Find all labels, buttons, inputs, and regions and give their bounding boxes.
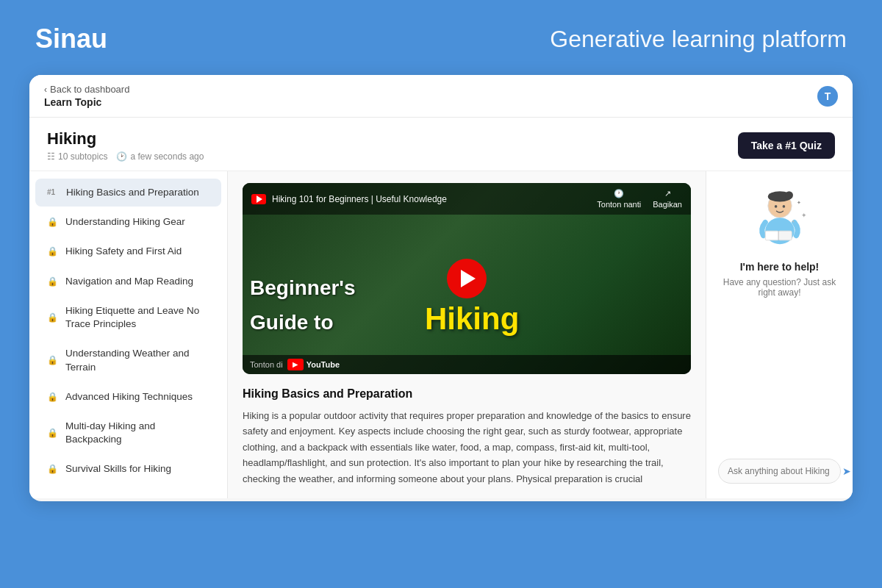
sidebar-item-7[interactable]: 🔒 Advanced Hiking Techniques [35,383,221,411]
sidebar-item-3[interactable]: 🔒 Hiking Safety and First Aid [35,237,221,265]
sidebar-item-label-6: Understanding Weather and Terrain [65,347,209,373]
topic-title-area: Hiking ☷ 10 subtopics 🕑 a few seconds ag… [47,129,204,162]
lock-icon-8: 🔒 [47,427,58,439]
lock-icon-5: 🔒 [47,312,58,323]
sidebar-item-label-8: Multi-day Hiking and Backpacking [65,420,209,446]
video-yt-title: Hiking 101 for Beginners | Useful Knowle… [272,194,447,204]
topic-title: Hiking [47,129,204,148]
video-bottom-left: Tonton di ▶ YouTube [250,359,340,370]
sidebar-item-9[interactable]: 🔒 Survival Skills for Hiking [35,455,221,483]
sidebar-item-6[interactable]: 🔒 Understanding Weather and Terrain [35,340,221,381]
sidebar-item-label-7: Advanced Hiking Techniques [65,390,209,404]
assistant-subtitle: Have any question? Just ask right away! [718,277,841,298]
youtube-full-logo: ▶ YouTube [287,359,340,370]
sidebar-item-label-3: Hiking Safety and First Aid [65,245,209,258]
watch-on-label: Tonton di [250,360,283,369]
share-icon: ↗ [664,189,671,198]
youtube-logo-small [251,194,266,204]
quiz-button[interactable]: Take a #1 Quiz [738,132,835,159]
play-triangle-icon [461,270,476,287]
video-top-bar: Hiking 101 for Beginners | Useful Knowle… [243,183,691,215]
sidebar-item-1[interactable]: #1 Hiking Basics and Preparation [35,179,221,207]
updated-time: 🕑 a few seconds ago [116,151,204,162]
svg-point-3 [774,205,777,208]
svg-point-2 [785,191,793,199]
watch-later-icon: 🕐 [614,189,624,198]
video-bottom-bar: Tonton di ▶ YouTube [243,355,691,374]
back-link[interactable]: ‹ Back to dashboard [44,84,129,95]
sidebar-item-label-9: Survival Skills for Hiking [65,462,209,476]
video-hiking-text: Hiking [425,301,519,336]
right-panel: ✦ ✦ ✦ I'm here to help! Have any questio… [706,171,853,498]
sidebar-item-2[interactable]: 🔒 Understanding Hiking Gear [35,208,221,236]
user-avatar[interactable]: T [817,86,838,107]
assistant-title: I'm here to help! [740,261,820,273]
article-title: Hiking Basics and Preparation [243,387,691,401]
header: Sinau Generative learning platform [0,0,882,75]
video-container[interactable]: Hiking 101 for Beginners | Useful Knowle… [243,183,691,374]
lock-icon-9: 🔒 [47,463,58,475]
youtube-text: YouTube [306,360,340,369]
assistant-illustration: ✦ ✦ ✦ [747,186,813,252]
sidebar-item-4[interactable]: 🔒 Navigation and Map Reading [35,268,221,295]
sidebar-item-8[interactable]: 🔒 Multi-day Hiking and Backpacking [35,412,221,453]
svg-text:✦: ✦ [792,219,795,223]
watch-later-button[interactable]: 🕐 Tonton nanti [597,189,641,209]
main-card: ‹ Back to dashboard Learn Topic T Hiking… [29,75,853,501]
lock-icon-2: 🔒 [47,216,58,228]
sidebar-item-label-1: Hiking Basics and Preparation [66,186,209,199]
video-top-right: 🕐 Tonton nanti ↗ Bagikan [597,189,682,209]
lock-icon-4: 🔒 [47,276,58,287]
yt-play-icon [257,196,262,203]
back-area: ‹ Back to dashboard Learn Topic [44,84,129,108]
sidebar-item-label-5: Hiking Etiquette and Leave No Trace Prin… [65,304,209,331]
lock-icon-7: 🔒 [47,391,58,403]
lock-icon-6: 🔒 [47,354,58,366]
sidebar-item-label-2: Understanding Hiking Gear [65,215,209,229]
svg-text:✦: ✦ [796,199,800,206]
app-tagline: Generative learning platform [550,26,847,53]
chat-input-area[interactable]: ➤ [718,459,841,484]
subtopics-count: ☷ 10 subtopics [47,151,107,162]
chat-input[interactable] [728,466,838,476]
svg-text:✦: ✦ [800,212,806,219]
svg-rect-7 [778,231,792,240]
item-number-1: #1 [47,187,59,198]
svg-point-4 [782,205,785,208]
topic-header: Hiking ☷ 10 subtopics 🕑 a few seconds ag… [29,118,853,171]
top-bar-right: T [817,86,838,107]
sidebar-item-label-4: Navigation and Map Reading [65,275,209,288]
breadcrumb: Learn Topic [44,96,129,108]
lock-icon-3: 🔒 [47,245,58,257]
play-button[interactable] [447,259,487,298]
svg-rect-6 [765,231,778,240]
back-label: Back to dashboard [50,84,129,95]
youtube-icon: ▶ [287,359,304,370]
app-logo: Sinau [35,24,107,54]
article-body: Hiking is a popular outdoor activity tha… [243,408,691,487]
sidebar-item-5[interactable]: 🔒 Hiking Etiquette and Leave No Trace Pr… [35,297,221,338]
sidebar: #1 Hiking Basics and Preparation 🔒 Under… [29,171,228,498]
topic-meta: ☷ 10 subtopics 🕑 a few seconds ago [47,151,204,162]
inner-layout: #1 Hiking Basics and Preparation 🔒 Under… [29,171,853,498]
clock-icon: 🕑 [116,151,127,162]
video-background: Hiking 101 for Beginners | Useful Knowle… [243,183,691,374]
top-bar: ‹ Back to dashboard Learn Topic T [29,75,853,118]
send-icon[interactable]: ➤ [842,465,851,477]
share-button[interactable]: ↗ Bagikan [653,189,682,209]
main-content: Hiking 101 for Beginners | Useful Knowle… [228,171,706,498]
video-main-text-2: Guide to Hiking [250,301,684,337]
back-chevron-icon: ‹ [44,85,47,95]
subtopics-icon: ☷ [47,151,55,162]
video-title-bar: Hiking 101 for Beginners | Useful Knowle… [251,194,447,204]
